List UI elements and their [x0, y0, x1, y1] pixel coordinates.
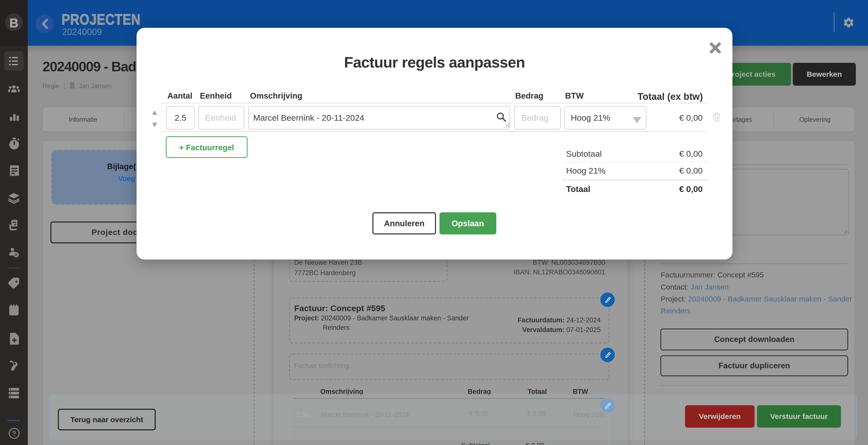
svg-text:?: ?	[12, 430, 16, 437]
